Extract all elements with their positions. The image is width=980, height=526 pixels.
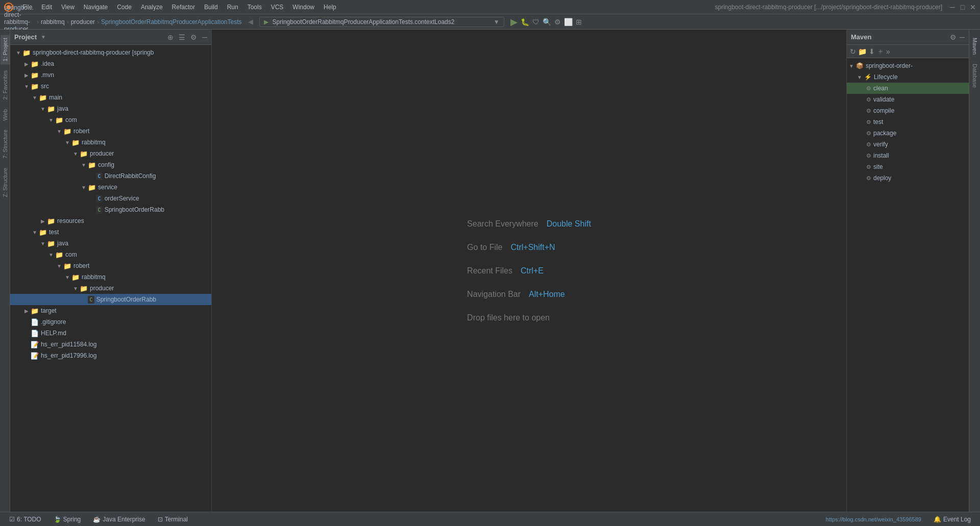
tree-arrow-icon[interactable]: ▼ <box>71 286 80 291</box>
tree-item[interactable]: ▶📁target <box>10 305 211 316</box>
maven-project-root[interactable]: ▼ 📦 springboot-order- <box>847 60 969 71</box>
sidebar-tab-web[interactable]: Web <box>1 106 10 123</box>
search-everywhere-shortcut[interactable]: Double Shift <box>547 219 591 229</box>
tree-arrow-icon[interactable]: ▼ <box>47 252 55 258</box>
menu-vcs[interactable]: VCS <box>267 3 288 12</box>
maven-more-icon[interactable]: » <box>886 47 890 56</box>
maven-download-icon[interactable]: ⬇ <box>869 47 875 56</box>
menu-tools[interactable]: Tools <box>243 3 266 12</box>
bottom-tab-todo[interactable]: ☑ 6: TODO <box>4 515 46 524</box>
maven-verify[interactable]: ⚙ verify <box>847 139 969 150</box>
breadcrumb-producer[interactable]: producer <box>71 18 95 26</box>
tree-item[interactable]: ▼📁springboot-direct-rabbitmq-producer [s… <box>10 47 211 58</box>
minimize-button[interactable]: ─ <box>948 3 957 11</box>
tree-arrow-icon[interactable]: ▶ <box>22 308 31 314</box>
coverage-button[interactable]: 🛡 <box>532 18 540 26</box>
maven-test[interactable]: ⚙ test <box>847 116 969 128</box>
sidebar-tab-project[interactable]: 1: Project <box>1 35 10 64</box>
bottom-tab-terminal[interactable]: ⊡ Terminal <box>153 515 193 524</box>
tree-item[interactable]: ▼📁producer <box>10 148 211 159</box>
tree-arrow-icon[interactable]: ▼ <box>55 129 63 134</box>
tree-arrow-icon[interactable]: ▼ <box>47 117 55 123</box>
tree-arrow-icon[interactable]: ▼ <box>80 185 88 190</box>
tree-item[interactable]: ▶📁.idea <box>10 58 211 69</box>
breadcrumb-class[interactable]: SpringbootOrderRabbitmqProducerApplicati… <box>101 18 241 26</box>
tree-item[interactable]: ▼📁producer <box>10 283 211 294</box>
maven-deploy[interactable]: ⚙ deploy <box>847 172 969 184</box>
tree-item[interactable]: ▼📁java <box>10 238 211 249</box>
tree-arrow-icon[interactable]: ▶ <box>39 218 47 224</box>
tree-item[interactable]: ▶📁.mvn <box>10 69 211 81</box>
editor-area[interactable]: Search Everywhere Double Shift Go to Fil… <box>212 30 846 512</box>
layout-button[interactable]: ⊞ <box>576 18 582 26</box>
sidebar-tab-favorites[interactable]: 2: Favorites <box>1 67 10 103</box>
tree-arrow-icon[interactable]: ▼ <box>63 140 71 145</box>
run-config-dropdown[interactable]: ▼ <box>494 18 500 26</box>
tree-item[interactable]: ▼📁robert <box>10 260 211 271</box>
tree-item[interactable]: ▶📁resources <box>10 215 211 227</box>
maven-close-icon[interactable]: ─ <box>960 33 965 41</box>
tree-item[interactable]: CDirectRabbitConfig <box>10 170 211 182</box>
maven-clean[interactable]: ⚙ clean <box>847 83 969 94</box>
maven-folder-icon[interactable]: 📁 <box>858 47 867 56</box>
tree-item[interactable]: ▼📁rabbitmq <box>10 137 211 148</box>
tree-item[interactable]: ▼📁main <box>10 92 211 103</box>
tree-arrow-icon[interactable]: ▶ <box>22 61 31 67</box>
tree-arrow-icon[interactable]: ▼ <box>39 106 47 112</box>
tree-item[interactable]: CorderService <box>10 193 211 204</box>
tree-arrow-icon[interactable]: ▼ <box>39 241 47 246</box>
tree-arrow-icon[interactable]: ▼ <box>14 50 22 56</box>
maven-validate[interactable]: ⚙ validate <box>847 94 969 105</box>
project-filter-icon[interactable]: ☰ <box>179 33 185 41</box>
settings-button[interactable]: ⚙ <box>554 18 561 26</box>
maven-settings-icon[interactable]: ⚙ <box>950 33 957 41</box>
tree-arrow-icon[interactable]: ▼ <box>63 274 71 280</box>
project-minimize-icon[interactable]: ─ <box>202 33 207 41</box>
tree-item[interactable]: CSpringbootOrderRabb <box>10 204 211 215</box>
tree-item[interactable]: 📄.gitignore <box>10 316 211 328</box>
debug-button[interactable]: 🐛 <box>521 18 529 26</box>
tree-arrow-icon[interactable]: ▼ <box>22 84 31 89</box>
recent-files-shortcut[interactable]: Ctrl+E <box>521 266 544 275</box>
tree-arrow-icon[interactable]: ▼ <box>80 162 88 168</box>
breadcrumb-rabbitmq[interactable]: rabbitmq <box>41 18 65 26</box>
sidebar-tab-z-structure[interactable]: Z: Structure <box>1 165 10 200</box>
bottom-tab-java-enterprise[interactable]: ☕ Java Enterprise <box>88 515 150 524</box>
project-dropdown-icon[interactable]: ▼ <box>41 34 46 40</box>
tree-arrow-icon[interactable]: ▼ <box>31 95 39 101</box>
menu-help[interactable]: Help <box>320 3 340 12</box>
tree-item[interactable]: ▼📁com <box>10 249 211 260</box>
tree-item[interactable]: CSpringbootOrderRabb <box>10 294 211 305</box>
tree-item[interactable]: ▼📁src <box>10 81 211 92</box>
tree-arrow-icon[interactable]: ▶ <box>22 72 31 78</box>
nav-bar-shortcut[interactable]: Alt+Home <box>529 290 565 299</box>
event-log-button[interactable]: 🔔 Event Log <box>928 515 976 524</box>
maven-refresh-icon[interactable]: ↻ <box>850 47 856 56</box>
maven-site[interactable]: ⚙ site <box>847 161 969 172</box>
project-settings-icon[interactable]: ⚙ <box>190 33 197 41</box>
maximize-button[interactable]: □ <box>959 3 967 11</box>
maven-compile[interactable]: ⚙ compile <box>847 105 969 116</box>
tree-item[interactable]: ▼📁rabbitmq <box>10 271 211 283</box>
maven-install[interactable]: ⚙ install <box>847 150 969 161</box>
tree-item[interactable]: ▼📁com <box>10 114 211 126</box>
maven-package[interactable]: ⚙ package <box>847 128 969 139</box>
bottom-url[interactable]: https://blog.csdn.net/weixin_43596589 <box>826 516 921 522</box>
project-add-icon[interactable]: ⊕ <box>167 33 174 41</box>
tree-arrow-icon[interactable]: ▼ <box>31 230 39 235</box>
tree-item[interactable]: ▼📁test <box>10 227 211 238</box>
maven-add-icon[interactable]: ＋ <box>877 47 884 56</box>
tree-item[interactable]: ▼📁java <box>10 103 211 114</box>
right-tab-maven[interactable]: Maven <box>970 35 979 58</box>
run-configuration-bar[interactable]: ▶ SpringbootOrderRabbitmqProducerApplica… <box>259 17 504 27</box>
tree-item[interactable]: 📝hs_err_pid17996.log <box>10 350 211 361</box>
search-button[interactable]: 🔍 <box>543 18 551 26</box>
run-button[interactable]: ▶ <box>510 16 518 28</box>
tree-arrow-icon[interactable]: ▼ <box>71 151 80 157</box>
tree-item[interactable]: 📝hs_err_pid11584.log <box>10 339 211 350</box>
close-button[interactable]: ✕ <box>969 3 977 11</box>
tree-item[interactable]: ▼📁robert <box>10 126 211 137</box>
expand-button[interactable]: ⬜ <box>564 18 573 26</box>
tree-item[interactable]: ▼📁config <box>10 159 211 170</box>
goto-file-shortcut[interactable]: Ctrl+Shift+N <box>510 243 555 252</box>
